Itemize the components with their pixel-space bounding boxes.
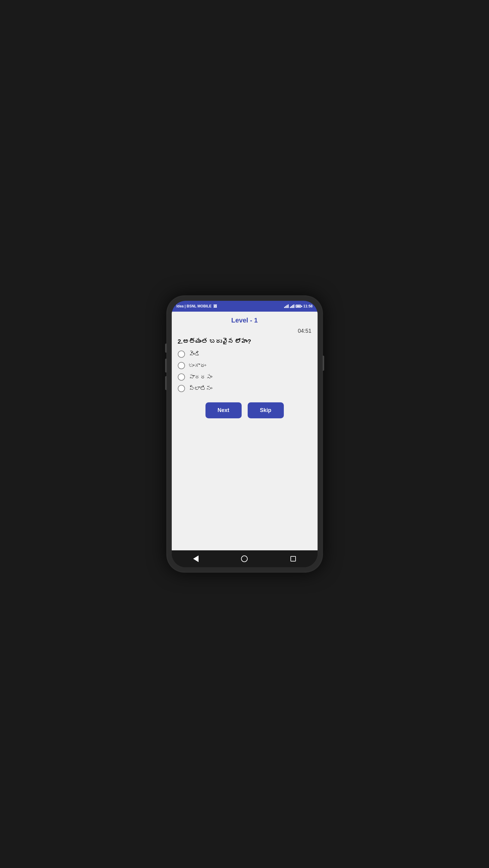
timer-display: 04:51 (172, 327, 318, 334)
options-list: వెండి బంగారం పాదరసం ప్లాటినం (178, 350, 312, 392)
option-label-4: ప్లాటినం (189, 385, 212, 392)
back-icon (193, 555, 199, 562)
navigation-bar (172, 550, 318, 567)
volume-down-button (165, 376, 167, 390)
home-button[interactable] (238, 553, 250, 565)
back-button[interactable] (190, 553, 202, 565)
recents-icon (290, 556, 296, 561)
option-label-3: పాదరసం (189, 374, 212, 380)
option-item-1[interactable]: వెండి (178, 350, 312, 358)
content-spacer (172, 426, 318, 550)
carrier-text: Idea | BSNL MOBILE (176, 304, 211, 308)
question-area: 2.అత్యంత బరువైన లోహం? వెండి బంగారం పాదరస… (172, 334, 318, 395)
silent-button (165, 344, 167, 352)
action-buttons: Next Skip (172, 395, 318, 426)
power-button (323, 355, 324, 371)
home-icon (241, 555, 248, 562)
app-content: Level - 1 04:51 2.అత్యంత బరువైన లోహం? వె… (172, 312, 318, 550)
question-text: 2.అత్యంత బరువైన లోహం? (178, 337, 312, 346)
option-item-2[interactable]: బంగారం (178, 362, 312, 369)
signal-icon-2 (290, 304, 294, 308)
skip-button[interactable]: Skip (248, 402, 284, 418)
level-title: Level - 1 (178, 316, 312, 324)
status-bar: Idea | BSNL MOBILE 🖼 11:58 (172, 301, 318, 312)
battery-icon (296, 305, 302, 308)
carrier-info: Idea | BSNL MOBILE 🖼 (176, 304, 217, 308)
option-label-1: వెండి (189, 351, 200, 358)
image-icon: 🖼 (213, 304, 217, 308)
radio-option-4[interactable] (178, 385, 185, 392)
app-header: Level - 1 (172, 312, 318, 327)
status-icons: 11:58 (284, 304, 313, 308)
signal-icon-1 (284, 304, 289, 308)
option-item-4[interactable]: ప్లాటినం (178, 385, 312, 392)
radio-option-3[interactable] (178, 373, 185, 381)
volume-up-button (165, 359, 167, 373)
next-button[interactable]: Next (205, 402, 242, 418)
option-label-2: బంగారం (189, 362, 206, 369)
radio-option-2[interactable] (178, 362, 185, 369)
phone-device: Idea | BSNL MOBILE 🖼 11:58 Level (166, 296, 323, 572)
time-display: 11:58 (303, 304, 313, 308)
option-item-3[interactable]: పాదరసం (178, 373, 312, 381)
recents-button[interactable] (287, 553, 299, 565)
radio-option-1[interactable] (178, 350, 185, 358)
phone-screen: Idea | BSNL MOBILE 🖼 11:58 Level (172, 301, 318, 567)
